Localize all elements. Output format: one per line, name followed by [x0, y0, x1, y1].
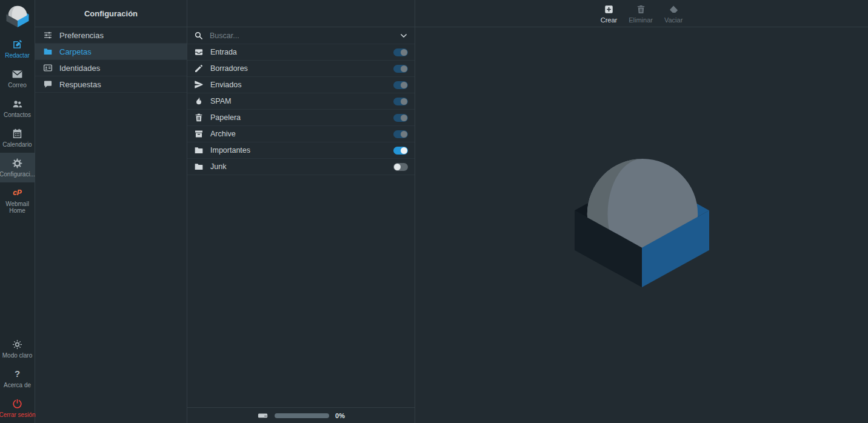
settings-menu-item-label: Carpetas: [59, 47, 92, 56]
trash-icon: [194, 113, 204, 122]
folder-row-borradores[interactable]: Borradores: [187, 61, 415, 77]
sidebar-item-contactos[interactable]: Contactos: [0, 93, 35, 123]
sidebar-item-label: Webmail Home: [1, 201, 34, 214]
archive-icon: [194, 129, 204, 139]
taskbar-footer-items: Modo claro Acerca de Cerrar sesión: [0, 334, 35, 423]
power-icon: [12, 398, 23, 410]
search-icon: [194, 31, 203, 40]
quota-percent: 0%: [335, 412, 345, 419]
folder-row-importantes[interactable]: Importantes: [187, 142, 415, 159]
sliders-icon: [43, 30, 53, 40]
folder-name: SPAM: [210, 97, 232, 105]
sidebar-item-correo[interactable]: Correo: [0, 64, 35, 93]
toolbar-button-eliminar[interactable]: Eliminar: [627, 4, 655, 24]
toggle-knob: [401, 65, 407, 72]
toggle-knob: [401, 82, 407, 88]
settings-menu-panel: Configuración Preferencias Carpetas Iden…: [35, 0, 187, 423]
sidebar-item-label: Configuraci...: [0, 171, 35, 178]
search-input[interactable]: [209, 31, 394, 41]
envelope-icon: [12, 68, 23, 80]
settings-menu-item-label: Identidades: [59, 64, 100, 73]
folders-toolbar: Crear Eliminar Vaciar: [415, 0, 868, 27]
gear-icon: [12, 158, 23, 169]
people-icon: [12, 98, 23, 110]
folder-row-entrada[interactable]: Entrada: [187, 44, 415, 61]
sidebar-item-label: Cerrar sesión: [0, 411, 36, 418]
folder-search-bar: [187, 27, 415, 44]
sidebar-item-webmail-home[interactable]: Webmail Home: [0, 182, 35, 219]
folder-name: Entrada: [210, 48, 237, 56]
sidebar-item-calendario[interactable]: Calendario: [0, 123, 35, 153]
sidebar-item-configuraci[interactable]: Configuraci...: [0, 153, 35, 182]
quota-progress-track: [275, 413, 329, 418]
folder-row-archive[interactable]: Archive: [187, 126, 415, 142]
settings-menu-item-preferencias[interactable]: Preferencias: [35, 27, 187, 44]
toolbar-button-label: Eliminar: [629, 16, 653, 24]
roundcube-logo-icon: [5, 5, 30, 28]
folder-list: Entrada Borradores Enviados S: [187, 44, 415, 407]
taskbar-spacer: [0, 219, 35, 334]
webmail-settings-app: Redactar Correo Contactos Calendario: [0, 0, 868, 423]
folder-subscription-toggle[interactable]: [393, 65, 408, 73]
folder-name: Borradores: [210, 64, 248, 73]
quota-bar: 0%: [187, 407, 415, 423]
calendar-icon: [12, 128, 23, 139]
folder-icon: [43, 47, 53, 56]
folder-name: Archive: [210, 130, 236, 138]
app-logo: [0, 0, 35, 34]
send-icon: [194, 80, 204, 90]
folder-name: Junk: [210, 162, 226, 171]
chevron-down-icon[interactable]: [399, 32, 408, 40]
trash-icon: [636, 4, 646, 15]
settings-menu-item-carpetas[interactable]: Carpetas: [35, 44, 187, 60]
toggle-knob: [401, 98, 407, 105]
hard-drive-icon: [257, 410, 269, 421]
inbox-icon: [194, 47, 204, 57]
folder-row-spam[interactable]: SPAM: [187, 93, 415, 110]
sidebar-item-label: Modo claro: [2, 352, 32, 359]
toggle-knob: [401, 131, 407, 138]
folder-subscription-toggle[interactable]: [393, 147, 408, 155]
sidebar-item-label: Acerca de: [4, 382, 31, 388]
folder-subscription-toggle[interactable]: [393, 114, 408, 122]
sidebar-item-label: Contactos: [4, 112, 31, 118]
folder-row-enviados[interactable]: Enviados: [187, 77, 415, 93]
folders-panel: Entrada Borradores Enviados S: [187, 0, 415, 423]
toolbar-button-crear[interactable]: Crear: [599, 4, 619, 24]
sidebar-item-redactar[interactable]: Redactar: [0, 34, 35, 64]
folder-row-junk[interactable]: Junk: [187, 159, 415, 175]
toolbar-button-vaciar[interactable]: Vaciar: [663, 4, 684, 24]
settings-menu-item-respuestas[interactable]: Respuestas: [35, 76, 187, 93]
settings-menu-list: Preferencias Carpetas Identidades Respue…: [35, 27, 187, 93]
settings-menu-item-label: Preferencias: [59, 31, 104, 40]
folder-subscription-toggle[interactable]: [393, 98, 408, 105]
roundcube-watermark-icon: [569, 156, 715, 295]
toggle-knob: [401, 49, 407, 56]
settings-menu-item-identidades[interactable]: Identidades: [35, 60, 187, 76]
sidebar-item-modo-claro[interactable]: Modo claro: [0, 334, 35, 364]
sidebar-item-label: Redactar: [5, 52, 30, 59]
sidebar-item-cerrar-sesi-n[interactable]: Cerrar sesión: [0, 393, 35, 423]
plus-square-icon: [604, 4, 614, 15]
toggle-knob: [401, 147, 407, 154]
folder-subscription-toggle[interactable]: [393, 130, 408, 138]
idcard-icon: [43, 63, 53, 73]
taskbar-items: Redactar Correo Contactos Calendario: [0, 34, 35, 219]
settings-title: Configuración: [35, 0, 187, 27]
folder-name: Enviados: [210, 81, 241, 89]
cpanel-icon: [12, 187, 23, 199]
content-area: Crear Eliminar Vaciar: [415, 0, 868, 423]
eraser-icon: [669, 4, 679, 15]
folder-icon: [194, 162, 204, 172]
folder-subscription-toggle[interactable]: [393, 48, 408, 56]
folder-icon: [194, 145, 204, 155]
folder-subscription-toggle[interactable]: [393, 81, 408, 89]
folder-subscription-toggle[interactable]: [393, 163, 408, 171]
folder-row-papelera[interactable]: Papelera: [187, 110, 415, 126]
toolbar-button-label: Crear: [601, 16, 618, 24]
chat-icon: [43, 79, 53, 89]
question-icon: [12, 368, 23, 380]
pencil-icon: [194, 64, 204, 73]
flame-icon: [194, 96, 204, 106]
sidebar-item-acerca-de[interactable]: Acerca de: [0, 364, 35, 393]
